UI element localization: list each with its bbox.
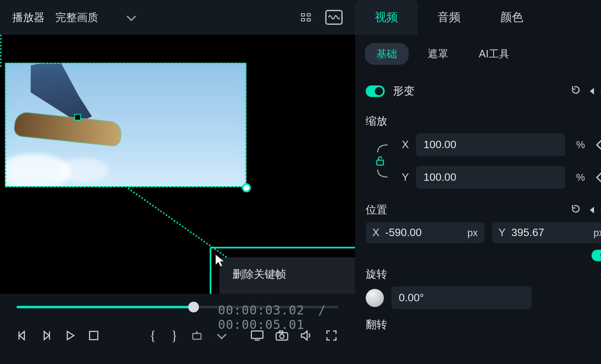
- inspector-panel: 视频 音频 颜色 基础 遮罩 AI工具 形变: [355, 0, 601, 364]
- blend-toggle[interactable]: [592, 250, 601, 261]
- player-panel: 播放器 完整画质: [0, 0, 355, 364]
- chevron-down-icon: [127, 12, 136, 21]
- rotation-label: 旋转: [366, 267, 387, 281]
- scale-label: 缩放: [366, 104, 601, 133]
- preview-viewport[interactable]: 删除关键帧 关键帧类型: [0, 35, 355, 294]
- video-frame: [5, 63, 246, 187]
- svg-rect-4: [196, 331, 198, 333]
- svg-rect-7: [276, 333, 288, 340]
- position-x-input[interactable]: X -590.00 px: [366, 222, 485, 243]
- seek-bar[interactable]: 00:00:03.02 / 00:00:05.01: [17, 301, 338, 313]
- ctx-item-label: 删除关键帧: [232, 267, 286, 281]
- rotation-input[interactable]: [391, 286, 532, 309]
- inspector-tabs: 视频 音频 颜色: [355, 0, 601, 35]
- rotation-controls: [366, 281, 601, 309]
- grid-view-icon[interactable]: [297, 10, 315, 25]
- transform-toggle[interactable]: [366, 85, 385, 97]
- svg-rect-10: [377, 160, 383, 165]
- tab-color[interactable]: 颜色: [480, 0, 543, 35]
- player-title: 播放器: [12, 10, 45, 25]
- blend-row: [366, 248, 601, 263]
- scale-unit: %: [571, 139, 587, 151]
- player-bottom-bar: 00:00:03.02 / 00:00:05.01: [0, 294, 355, 364]
- position-y-input[interactable]: Y 395.67 px: [492, 222, 601, 243]
- corner-handle[interactable]: [242, 183, 251, 192]
- quality-value: 完整画质: [55, 10, 98, 25]
- position-controls: X -590.00 px Y 395.67 px: [366, 217, 601, 248]
- lock-icon[interactable]: [375, 156, 385, 166]
- reset-icon[interactable]: [570, 203, 582, 217]
- mark-in-icon[interactable]: {: [148, 329, 157, 343]
- waveform-icon[interactable]: [325, 10, 343, 25]
- axis-x-label: X: [400, 138, 410, 151]
- svg-rect-3: [193, 333, 201, 339]
- mark-out-icon[interactable]: }: [170, 329, 179, 343]
- seek-knob[interactable]: [188, 302, 199, 312]
- scale-unit: %: [571, 172, 587, 183]
- quality-select[interactable]: 完整画质: [55, 10, 134, 25]
- player-header: 播放器 完整画质: [0, 0, 355, 35]
- section-transform: 形变 缩放 X %: [355, 73, 601, 332]
- axis-y-label: Y: [400, 171, 410, 184]
- svg-point-8: [280, 334, 284, 338]
- position-label: 位置: [366, 203, 387, 217]
- play-icon[interactable]: [64, 329, 76, 343]
- step-forward-icon[interactable]: [40, 329, 52, 343]
- keyframe-diamond-icon[interactable]: [596, 139, 601, 150]
- rotation-knob[interactable]: [366, 289, 384, 307]
- scale-x-input[interactable]: [416, 133, 565, 156]
- context-menu: 删除关键帧 关键帧类型: [220, 258, 355, 294]
- subtab-basic[interactable]: 基础: [365, 43, 409, 65]
- time-current: 00:00:03.02: [218, 303, 305, 317]
- step-back-icon[interactable]: [17, 329, 28, 343]
- ctx-keyframe-type[interactable]: 关键帧类型: [220, 291, 355, 294]
- timecode: 00:00:03.02 / 00:00:05.01: [218, 303, 338, 332]
- loop-icon[interactable]: [192, 329, 204, 343]
- svg-rect-5: [251, 331, 263, 338]
- ctx-delete-keyframe[interactable]: 删除关键帧: [220, 258, 355, 291]
- svg-rect-2: [90, 331, 98, 340]
- selection-handle[interactable]: [74, 114, 81, 121]
- time-total: 00:00:05.01: [218, 317, 305, 332]
- stop-icon[interactable]: [88, 329, 99, 343]
- subtab-mask[interactable]: 遮罩: [416, 43, 460, 65]
- transform-label: 形变: [393, 84, 414, 98]
- scale-controls: X % Y %: [366, 133, 601, 189]
- selection-guide-vertical: [0, 35, 2, 67]
- prev-keyframe-icon[interactable]: [590, 88, 594, 95]
- tab-audio[interactable]: 音频: [418, 0, 480, 35]
- flip-label: 翻转: [366, 309, 601, 332]
- subtab-ai-tools[interactable]: AI工具: [467, 43, 521, 65]
- inspector-subtabs: 基础 遮罩 AI工具: [355, 35, 601, 73]
- reset-icon[interactable]: [570, 84, 582, 98]
- keyframe-diamond-icon[interactable]: [596, 171, 601, 183]
- seek-fill: [17, 306, 197, 308]
- prev-keyframe-icon[interactable]: [590, 207, 594, 213]
- scale-y-input[interactable]: [416, 166, 565, 189]
- tab-video[interactable]: 视频: [355, 0, 418, 35]
